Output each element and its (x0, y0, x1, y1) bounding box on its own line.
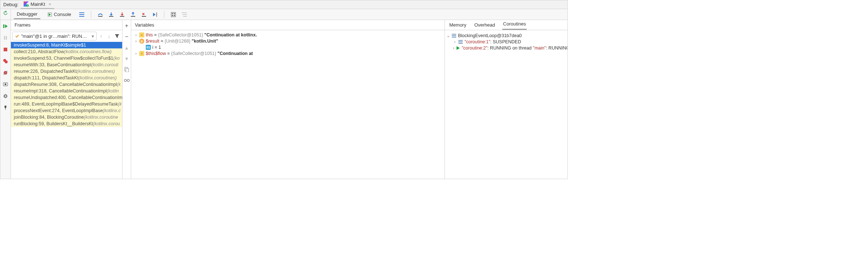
frame-row[interactable]: joinBlocking:84, BlockingCoroutine (kotl… (11, 114, 122, 120)
view-breakpoints-icon[interactable] (2, 58, 9, 64)
variable-row[interactable]: 01i = 1 (134, 44, 442, 50)
svg-rect-26 (4, 36, 5, 40)
thread-dump-icon[interactable] (2, 81, 9, 88)
filter-icon[interactable] (113, 32, 121, 40)
svg-marker-48 (457, 46, 460, 50)
prev-frame-icon[interactable]: ↑ (97, 32, 105, 40)
svg-rect-19 (172, 15, 173, 16)
drop-frame-icon[interactable] (141, 11, 147, 18)
step-into-icon[interactable] (108, 11, 114, 18)
run-config-tab[interactable]: MainKt × (21, 0, 54, 9)
frame-row[interactable]: dispatch:111, DispatchedTaskKt (kotlinx.… (11, 75, 122, 81)
expand-icon[interactable]: › (134, 32, 138, 37)
down-icon[interactable]: ▼ (123, 55, 130, 62)
variables-tree[interactable]: ›≡this = {SafeCollector@1051} "Continuat… (131, 30, 445, 179)
next-frame-icon[interactable]: ↓ (105, 32, 113, 40)
kotlin-icon (24, 1, 29, 7)
svg-rect-18 (174, 13, 175, 14)
stack-icon (458, 39, 463, 44)
tab-memory[interactable]: Memory (449, 21, 467, 30)
trace-icon[interactable] (181, 11, 188, 18)
add-watch-icon[interactable]: + (123, 22, 130, 29)
svg-rect-24 (3, 24, 4, 28)
variable-row[interactable]: ›p$result = {Unit@1268} "kotlin.Unit" (134, 38, 442, 44)
stop-icon[interactable] (2, 46, 9, 53)
pin-icon[interactable] (2, 104, 9, 111)
pause-icon[interactable] (2, 35, 9, 41)
frame-row[interactable]: resumeWith:33, BaseContinuationImpl (kot… (11, 62, 122, 68)
expand-icon[interactable]: ⌄ (446, 33, 450, 38)
frame-row[interactable]: resumeImpl:318, CancellableContinuationI… (11, 88, 122, 94)
svg-rect-13 (131, 16, 135, 17)
svg-rect-16 (171, 12, 176, 17)
variable-row[interactable]: ›≡$this$flow = {SafeCollector@1051} "Con… (134, 50, 442, 56)
coroutine-item[interactable]: ›"coroutine:1": SUSPENDED (446, 39, 566, 45)
copy-icon[interactable] (123, 66, 130, 73)
remove-watch-icon[interactable]: − (123, 33, 130, 40)
svg-point-34 (5, 83, 7, 85)
threads-icon[interactable] (79, 11, 85, 18)
svg-rect-7 (79, 12, 84, 13)
svg-rect-17 (172, 13, 173, 14)
step-over-icon[interactable] (97, 11, 104, 18)
svg-rect-8 (79, 14, 84, 15)
svg-rect-44 (452, 37, 456, 37)
settings-icon[interactable] (2, 93, 9, 99)
run-to-cursor-icon[interactable] (152, 11, 158, 18)
svg-rect-9 (79, 16, 84, 17)
svg-rect-38 (126, 68, 129, 72)
frame-row[interactable]: invokeSuspend:53, ChannelFlow$collectToF… (11, 55, 122, 62)
svg-rect-36 (5, 108, 6, 110)
coroutines-tree[interactable]: ⌄ BlockingEventLoop@31b7dea0 ›"coroutine… (445, 30, 567, 179)
expand-icon[interactable]: › (134, 39, 138, 44)
main-area: Frames "main"@1 in gr…main": RUNNING ▾ ↑… (0, 20, 567, 179)
int-icon: 01 (146, 45, 151, 50)
frame-row[interactable]: resumeUndispatched:400, CancellableConti… (11, 94, 122, 101)
frames-list[interactable]: invokeSuspend:8, MainKt$simple$1collect:… (11, 42, 122, 179)
coroutine-item[interactable]: ›"coroutine:2": RUNNING on thread "main"… (446, 45, 566, 51)
prim-icon: p (139, 39, 144, 44)
play-icon (456, 46, 460, 51)
session-toolbar (0, 20, 11, 179)
stack-icon (451, 33, 457, 38)
tab-console[interactable]: Console (45, 10, 74, 19)
debugger-tabs: Debugger Console (11, 9, 188, 20)
evaluate-icon[interactable] (170, 11, 177, 18)
frame-row[interactable]: runBlocking:59, BuildersKt__BuildersKt (… (11, 120, 122, 127)
obj-icon: ≡ (139, 51, 144, 56)
svg-rect-10 (98, 16, 103, 17)
tab-debugger[interactable]: Debugger (14, 10, 40, 19)
mute-breakpoints-icon[interactable] (2, 70, 9, 76)
frame-row[interactable]: resume:226, DispatchedTaskKt (kotlinx.co… (11, 68, 122, 75)
svg-point-30 (5, 60, 8, 63)
rerun-icon[interactable] (2, 10, 9, 16)
glasses-icon[interactable] (123, 77, 130, 84)
tab-overhead[interactable]: Overhead (474, 21, 496, 30)
svg-rect-22 (182, 14, 187, 15)
frame-row[interactable]: processNextEvent:274, EventLoopImplBase … (11, 107, 122, 114)
expand-icon[interactable]: › (453, 46, 454, 51)
frame-row[interactable]: dispatchResume:308, CancellableContinuat… (11, 81, 122, 88)
up-icon[interactable]: ▲ (123, 44, 130, 51)
right-tabs: Memory Overhead Coroutines (445, 20, 567, 30)
close-icon[interactable]: × (48, 1, 51, 7)
svg-point-39 (124, 79, 126, 82)
frame-row[interactable]: invokeSuspend:8, MainKt$simple$1 (11, 42, 122, 48)
svg-rect-42 (452, 34, 456, 35)
tab-coroutines[interactable]: Coroutines (502, 20, 527, 30)
frames-header: Frames (11, 20, 122, 30)
variables-header: Variables (131, 20, 445, 30)
frame-row[interactable]: run:489, EventLoopImplBase$DelayedResume… (11, 101, 122, 107)
frame-row[interactable]: collect:210, AbstractFlow (kotlinx.corou… (11, 48, 122, 55)
resume-icon[interactable] (2, 23, 9, 29)
coroutine-root[interactable]: ⌄ BlockingEventLoop@31b7dea0 (446, 32, 566, 39)
variable-row[interactable]: ›≡this = {SafeCollector@1051} "Continuat… (134, 32, 442, 38)
svg-rect-45 (458, 40, 463, 41)
force-step-into-icon[interactable] (119, 11, 125, 18)
debug-header: Debug: MainKt × (0, 0, 567, 9)
svg-rect-21 (182, 12, 187, 13)
expand-icon[interactable]: › (453, 39, 457, 44)
thread-selector[interactable]: "main"@1 in gr…main": RUNNING ▾ (12, 32, 97, 40)
step-out-icon[interactable] (130, 11, 136, 18)
expand-icon[interactable]: › (134, 51, 138, 56)
